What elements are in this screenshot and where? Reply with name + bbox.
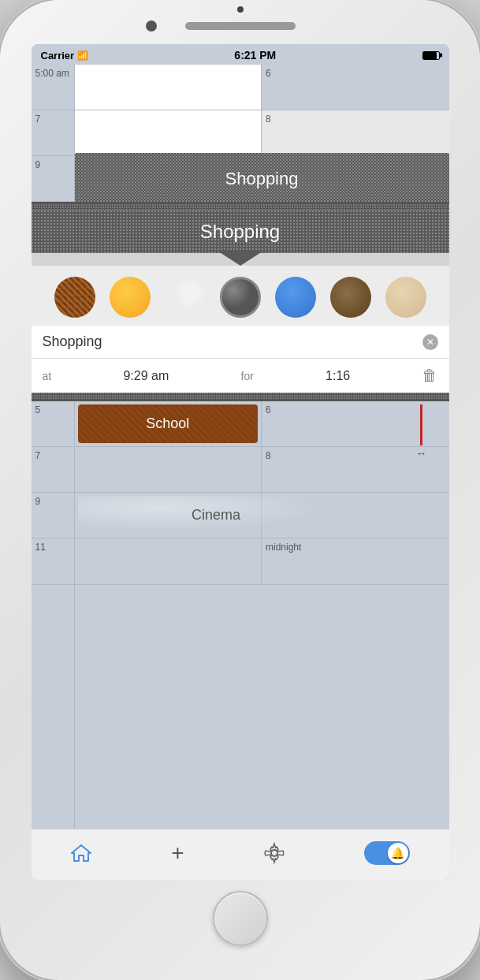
cell-7-left: [75, 110, 262, 155]
swatch-dark-selected[interactable]: [220, 277, 261, 318]
school-event[interactable]: School: [78, 404, 259, 443]
lower-row-9-content: Cinema: [75, 493, 449, 538]
swatch-blue-plain[interactable]: [275, 277, 316, 318]
time-label-7: 7: [32, 110, 75, 155]
time-row-5-lower: 5 School 6 ↔: [32, 401, 449, 447]
cinema-event[interactable]: Cinema: [78, 496, 355, 535]
cell-11-lower-left: [75, 538, 262, 584]
time-row-7-lower: 7 8: [32, 447, 449, 493]
notification-toggle-container[interactable]: 🔔: [356, 838, 418, 868]
duration-value[interactable]: 1:16: [326, 369, 350, 383]
phone-shell: Carrier 📶 6:21 PM 5:00 am 6: [0, 0, 480, 980]
swatches-row: [32, 266, 449, 326]
clear-name-button[interactable]: ✕: [422, 334, 438, 350]
status-time: 6:21 PM: [234, 49, 276, 61]
lower-grid: 5 School 6 ↔: [32, 401, 449, 829]
calendar-grid: 5:00 am 6 7 8: [32, 65, 449, 880]
wifi-icon: 📶: [77, 50, 88, 61]
extra-space-row: [32, 584, 449, 829]
for-label: for: [241, 370, 254, 382]
status-bar: Carrier 📶 6:21 PM: [32, 44, 449, 65]
edit-form: ✕ at 9:29 am for 1:16 🗑: [32, 326, 449, 393]
school-event-label: School: [146, 415, 189, 432]
time-row-5am: 5:00 am 6: [32, 65, 449, 110]
lower-row-7-content: 8: [75, 447, 449, 492]
battery-fill: [423, 52, 437, 59]
time-label-5am: 5:00 am: [32, 65, 75, 110]
cell-7-right: 8: [262, 110, 449, 155]
shopping-event-container: Shopping: [75, 156, 449, 201]
swatch-orange[interactable]: [110, 277, 151, 318]
front-camera: [237, 6, 244, 13]
time-indicator-line: [420, 404, 422, 445]
camera-dot: [146, 20, 157, 32]
home-button[interactable]: [62, 839, 100, 867]
time-row-9-lower: 9 Cinema: [32, 493, 449, 538]
lower-row-5-content: School 6 ↔: [75, 401, 449, 446]
edit-panel: Shopping: [32, 202, 449, 401]
shopping-event-block[interactable]: Shopping: [75, 153, 449, 204]
swatch-coffee[interactable]: [330, 277, 371, 318]
extra-left: [32, 585, 75, 829]
settings-button[interactable]: [255, 839, 293, 867]
swatch-wood[interactable]: [54, 277, 95, 318]
time-row-form: at 9:29 am for 1:16 🗑: [32, 359, 449, 393]
time-row-9-shopping[interactable]: 9 Shopping: [32, 156, 449, 202]
svg-point-0: [271, 850, 277, 856]
toggle-knob: 🔔: [388, 843, 408, 863]
time-label-9-upper: 9: [32, 156, 75, 201]
cell-11-lower-right: midnight: [262, 538, 449, 584]
cinema-event-label: Cinema: [192, 507, 240, 524]
cell-7-lower-left: [75, 447, 262, 492]
time-indicator: ↔: [416, 404, 427, 460]
name-row: ✕: [32, 326, 449, 359]
time-indicator-arrow: ↔: [416, 447, 427, 460]
carrier-label: Carrier: [41, 50, 75, 61]
gear-icon: [263, 842, 285, 864]
cell-5am-left: [75, 65, 262, 110]
swatch-beige[interactable]: [385, 277, 426, 318]
shopping-header: Shopping: [32, 211, 449, 253]
time-row-7: 7 8: [32, 110, 449, 156]
shopping-event-label: Shopping: [225, 169, 299, 189]
status-left: Carrier 📶: [41, 50, 89, 61]
add-button[interactable]: +: [163, 837, 192, 869]
panel-bottom-border: [32, 393, 449, 399]
panel-arrow: [218, 252, 262, 266]
start-time-value[interactable]: 9:29 am: [123, 369, 169, 383]
time-label-9-lower: 9: [32, 493, 75, 538]
time-label-7-lower: 7: [32, 447, 75, 492]
panel-top-border: [32, 204, 449, 211]
cell-5-left: School: [75, 401, 262, 446]
event-name-input[interactable]: [43, 333, 422, 350]
bell-icon: 🔔: [391, 847, 404, 859]
panel-event-name: Shopping: [200, 221, 280, 243]
home-icon: [70, 842, 92, 864]
toolbar: + 🔔: [32, 829, 449, 880]
screen: Carrier 📶 6:21 PM 5:00 am 6: [32, 44, 449, 880]
status-right: [422, 51, 440, 60]
cell-5am-right: 6: [262, 65, 449, 110]
delete-event-button[interactable]: 🗑: [422, 367, 437, 385]
at-label: at: [43, 370, 52, 382]
upper-right-5am: 6: [75, 65, 449, 110]
add-icon: +: [171, 840, 184, 866]
extra-right: [75, 585, 449, 829]
time-label-5-lower: 5: [32, 401, 75, 446]
notification-toggle[interactable]: 🔔: [364, 841, 410, 865]
swatch-blue-pattern[interactable]: [165, 277, 206, 318]
time-label-11-lower: 11: [32, 538, 75, 584]
speaker: [185, 22, 296, 30]
battery-icon: [422, 51, 440, 60]
lower-row-11-content: midnight: [75, 538, 449, 584]
upper-right-7: 8: [75, 110, 449, 155]
physical-home-button[interactable]: [213, 891, 268, 946]
time-row-11-lower: 11 midnight: [32, 538, 449, 584]
cell-5-right: 6 ↔: [262, 401, 449, 446]
